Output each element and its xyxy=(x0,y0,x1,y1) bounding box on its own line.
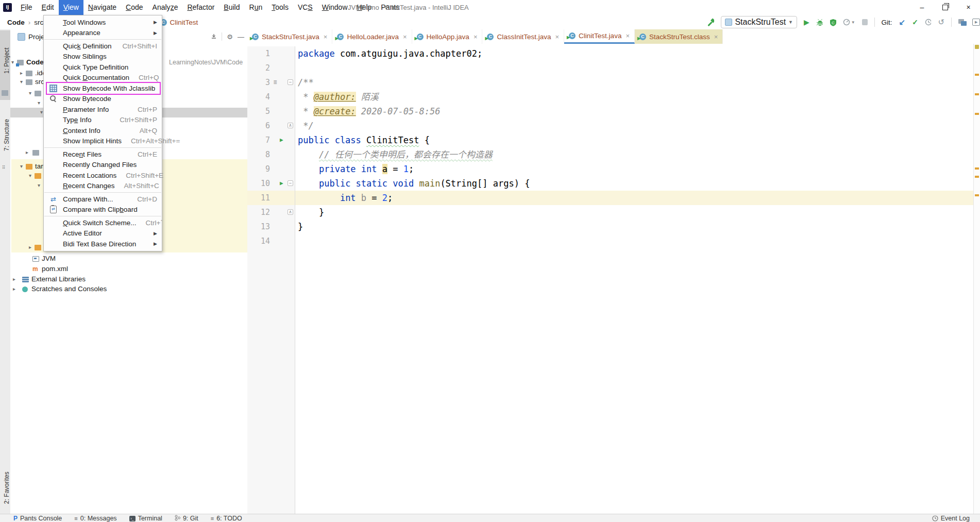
menu-item-tool-windows[interactable]: Tool Windows▶ xyxy=(44,17,162,28)
code-text[interactable]: } xyxy=(295,205,974,220)
code-text[interactable]: /** xyxy=(295,75,974,90)
code-line-12[interactable]: 12∧ } xyxy=(247,205,974,220)
statusbar-0-messages[interactable]: ≡0: Messages xyxy=(74,515,116,522)
menu-item-appearance[interactable]: Appearance▶ xyxy=(44,28,162,39)
tab-helloapp-java[interactable]: C▶HelloApp.java× xyxy=(412,29,483,44)
close-tab-icon[interactable]: × xyxy=(626,32,630,40)
fold-collapse-icon[interactable]: − xyxy=(288,180,293,186)
collapsed-arrow-icon[interactable]: ▸ xyxy=(20,70,23,76)
menubar-item-analyze[interactable]: Analyze xyxy=(148,0,183,15)
hide-panel-icon[interactable]: — xyxy=(238,33,244,41)
code-text[interactable]: public static void main(String[] args) { xyxy=(295,176,974,191)
menubar-item-tools[interactable]: Tools xyxy=(267,0,293,15)
menu-item-quick-type-definition[interactable]: Quick Type Definition xyxy=(44,62,162,73)
menu-item-quick-definition[interactable]: Quick DefinitionCtrl+Shift+I xyxy=(44,41,162,52)
collapsed-arrow-icon[interactable]: ▸ xyxy=(29,244,31,250)
expanded-arrow-icon[interactable]: ▾ xyxy=(11,59,14,65)
tree-row-external-libraries[interactable]: ▸External Libraries xyxy=(10,275,247,284)
code-line-4[interactable]: 4 * @author: 陌溪 xyxy=(247,90,974,104)
debug-bug-icon[interactable] xyxy=(816,19,823,26)
code-line-5[interactable]: 5 * @create: 2020-07-05-8:56 xyxy=(247,104,974,119)
stripe-structure-button[interactable]: 7: Structure xyxy=(0,107,10,163)
code-text[interactable]: package com.atguigu.java.chapter02; xyxy=(295,46,974,61)
menubar-item-navigate[interactable]: Navigate xyxy=(83,0,121,15)
run-anything-icon[interactable]: ▶ xyxy=(972,19,980,26)
restore-button[interactable] xyxy=(934,0,957,15)
comment-lines-icon[interactable]: ≣ xyxy=(274,75,277,90)
statusbar-9-git[interactable]: 9: Git xyxy=(175,515,198,522)
menu-item-recently-changed-files[interactable]: Recently Changed Files xyxy=(44,160,162,171)
close-tab-icon[interactable]: × xyxy=(555,33,560,41)
menu-item-active-editor[interactable]: Active Editor▶ xyxy=(44,228,162,239)
profiler-button[interactable]: ▼ xyxy=(843,19,855,26)
code-line-8[interactable]: 8 // 任何一个类申明后，都会存在一个构造器 xyxy=(247,147,974,162)
fold-collapse-icon[interactable]: − xyxy=(288,79,293,85)
menu-item-recent-changes[interactable]: Recent ChangesAlt+Shift+C xyxy=(44,181,162,192)
settings-gear-icon[interactable]: ⚙ xyxy=(227,33,233,41)
code-line-11[interactable]: 11 int b = 2; xyxy=(247,191,974,205)
menu-item-compare-with-clipboard[interactable]: ⇄Compare with Clipboard xyxy=(44,205,162,215)
statusbar-pants-console[interactable]: PPants Console xyxy=(13,515,62,522)
code-text[interactable] xyxy=(295,61,974,75)
expanded-arrow-icon[interactable]: ▾ xyxy=(29,173,31,178)
expanded-arrow-icon[interactable]: ▾ xyxy=(38,182,40,188)
menubar-item-refactor[interactable]: Refactor xyxy=(182,0,219,15)
code-text[interactable]: * @author: 陌溪 xyxy=(295,90,974,104)
close-tab-icon[interactable]: × xyxy=(324,33,328,41)
history-clock-icon[interactable] xyxy=(925,19,932,26)
run-gutter-icon[interactable]: ▶ xyxy=(280,176,283,191)
collapsed-arrow-icon[interactable]: ▸ xyxy=(13,286,15,292)
breadcrumb-item[interactable]: Code xyxy=(7,19,25,26)
menubar-item-code[interactable]: Code xyxy=(121,0,147,15)
code-line-3[interactable]: 3≣−/** xyxy=(247,75,974,90)
run-gutter-icon[interactable]: ▶ xyxy=(280,133,283,147)
code-line-7[interactable]: 7▶public class ClinitTest { xyxy=(247,133,974,147)
menubar-item-file[interactable]: File xyxy=(16,0,37,15)
warning-stripe-mark[interactable] xyxy=(975,113,979,115)
menubar-item-edit[interactable]: Edit xyxy=(37,0,59,15)
stripe-favorites-button[interactable]: 2: Favorites xyxy=(0,465,10,511)
tab-stackstrutest-class[interactable]: C▶StackStruTest.class× xyxy=(635,29,723,44)
menu-item-recent-locations[interactable]: Recent LocationsCtrl+Shift+E xyxy=(44,170,162,181)
menu-item-recent-files[interactable]: Recent FilesCtrl+E xyxy=(44,149,162,160)
menubar-item-view[interactable]: View xyxy=(59,0,83,15)
git-update-icon[interactable]: ↙ xyxy=(899,18,906,27)
project-structure-icon[interactable] xyxy=(958,19,966,26)
menu-item-quick-documentation[interactable]: Quick DocumentationCtrl+Q xyxy=(44,73,162,83)
tree-row-pom-xml[interactable]: mpom.xml xyxy=(10,264,247,274)
git-commit-check-icon[interactable]: ✓ xyxy=(912,18,918,26)
code-line-6[interactable]: 6∧ */ xyxy=(247,119,974,133)
tab-helloloader-java[interactable]: C▶HelloLoader.java× xyxy=(332,29,412,44)
stop-button[interactable] xyxy=(862,19,868,25)
tab-clinittest-java[interactable]: C▶ClinitTest.java× xyxy=(564,29,635,44)
menu-item-show-implicit-hints[interactable]: Show Implicit HintsCtrl+Alt+Shift+= xyxy=(44,136,162,147)
error-stripe-scrollbar[interactable] xyxy=(973,44,980,514)
expanded-arrow-icon[interactable]: ▾ xyxy=(20,79,23,85)
collapsed-arrow-icon[interactable]: ▸ xyxy=(26,149,28,155)
code-text[interactable]: */ xyxy=(295,119,974,133)
code-line-10[interactable]: 10▶− public static void main(String[] ar… xyxy=(247,176,974,191)
warning-stripe-mark[interactable] xyxy=(975,74,979,76)
warning-stripe-mark[interactable] xyxy=(975,93,979,95)
menu-item-compare-with[interactable]: ⇄Compare With...Ctrl+D xyxy=(44,194,162,205)
tree-row-jvm[interactable]: JVM xyxy=(10,254,247,264)
expanded-arrow-icon[interactable]: ▾ xyxy=(38,100,40,106)
menu-item-parameter-info[interactable]: Parameter InfoCtrl+P xyxy=(44,104,162,115)
code-line-14[interactable]: 14 xyxy=(247,234,974,248)
warning-stripe-mark[interactable] xyxy=(975,194,979,196)
minimize-button[interactable]: – xyxy=(910,0,934,15)
menubar-item-run[interactable]: Run xyxy=(245,0,267,15)
tab-classinittest-java[interactable]: C▶ClassInitTest.java× xyxy=(482,29,564,44)
code-line-1[interactable]: 1package com.atguigu.java.chapter02; xyxy=(247,46,974,61)
event-log-button[interactable]: Event Log xyxy=(932,514,970,522)
tab-stackstrutest-java[interactable]: C▶StackStruTest.java× xyxy=(247,29,332,44)
statusbar-terminal[interactable]: ›_Terminal xyxy=(129,515,162,522)
collapse-all-icon[interactable] xyxy=(211,33,217,40)
code-text[interactable] xyxy=(295,234,974,248)
fold-end-icon[interactable]: ∧ xyxy=(288,209,293,215)
collapsed-arrow-icon[interactable]: ▸ xyxy=(13,276,15,282)
run-configuration-select[interactable]: StackStruTest ▼ xyxy=(721,16,797,28)
warning-stripe-mark[interactable] xyxy=(975,167,979,170)
menu-item-context-info[interactable]: Context InfoAlt+Q xyxy=(44,125,162,136)
menu-item-type-info[interactable]: Type InfoCtrl+Shift+P xyxy=(44,115,162,126)
